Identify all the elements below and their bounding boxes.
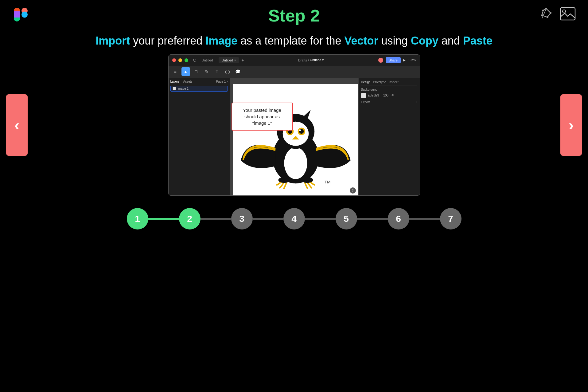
- figma-tab-untitled1[interactable]: Untitled: [199, 57, 216, 63]
- progress-step-4[interactable]: 4: [283, 208, 305, 229]
- subtitle-text4: and: [442, 34, 463, 47]
- svg-point-14: [284, 147, 307, 179]
- left-panel: Layers Assets Page 1 › ⬜ image 1: [169, 78, 230, 196]
- subtitle-text1: your preferred: [133, 34, 205, 47]
- progress-connector-1: [148, 218, 179, 220]
- progress-connector-5: [357, 218, 388, 220]
- progress-step-7[interactable]: 7: [440, 208, 461, 229]
- subtitle-image: Image: [205, 34, 237, 47]
- next-arrow-icon: ›: [569, 117, 574, 133]
- menu-tool[interactable]: ≡: [171, 67, 180, 76]
- background-eye-icon[interactable]: 👁: [391, 94, 395, 97]
- right-panel-tabs: Design Prototype Inspect: [361, 80, 417, 85]
- inspect-tab[interactable]: Inspect: [388, 80, 398, 84]
- progress-step-2[interactable]: 2: [179, 208, 201, 229]
- svg-point-7: [547, 16, 548, 18]
- background-label: Background: [361, 88, 417, 91]
- step-2-label: 2: [187, 214, 192, 224]
- subtitle-copy: Copy: [411, 34, 438, 47]
- image-icon: [560, 7, 576, 23]
- figma-body: Layers Assets Page 1 › ⬜ image 1 Your pa…: [169, 78, 420, 196]
- subtitle-text2: as a template for the: [240, 34, 344, 47]
- svg-point-28: [278, 177, 290, 183]
- panel-tabs: Layers Assets Page 1 ›: [170, 80, 228, 83]
- next-button[interactable]: ›: [560, 94, 582, 156]
- svg-point-12: [563, 10, 566, 13]
- prototype-tab[interactable]: Prototype: [373, 80, 386, 84]
- step-6-label: 6: [396, 214, 401, 224]
- win-close-btn: [172, 58, 176, 62]
- right-panel: Design Prototype Inspect Background E3E3…: [358, 78, 420, 196]
- svg-rect-11: [560, 8, 575, 20]
- figma-titlebar-right: Share ▶ 107%: [378, 57, 416, 63]
- assets-tab[interactable]: Assets: [183, 80, 193, 83]
- progress-step-1[interactable]: 1: [127, 208, 148, 229]
- shape-tool[interactable]: ◯: [223, 67, 232, 76]
- layer-icon: ⬜: [173, 87, 176, 90]
- subtitle: Import your preferred Image as a templat…: [12, 34, 576, 48]
- step-5-label: 5: [344, 214, 349, 224]
- svg-rect-4: [14, 11, 20, 18]
- background-color-swatch[interactable]: [361, 93, 366, 98]
- pen-tool-icon: [539, 6, 554, 24]
- export-add-icon[interactable]: +: [415, 100, 417, 104]
- svg-point-6: [550, 12, 551, 14]
- progress-connector-6: [409, 218, 440, 220]
- step-title: Step 2: [268, 6, 320, 25]
- background-color-row: E3E3E3 100 👁: [361, 93, 417, 98]
- add-tab-btn[interactable]: +: [241, 58, 244, 63]
- progress-bar: 1 2 3 4 5 6 7: [127, 208, 461, 229]
- design-tab[interactable]: Design: [361, 80, 371, 84]
- svg-point-9: [542, 10, 544, 11]
- main-content: ‹ ⬡ Untitled Untitled × + Drafts / Untit…: [0, 54, 588, 196]
- frame-tool[interactable]: □: [192, 67, 201, 76]
- figma-screenshot: ⬡ Untitled Untitled × + Drafts / Untitle…: [168, 54, 420, 196]
- figma-tab-untitled2[interactable]: Untitled ×: [219, 57, 239, 63]
- figma-canvas: Your pasted image should appear as "imag…: [230, 78, 358, 196]
- progress-step-5[interactable]: 5: [336, 208, 357, 229]
- figma-titlebar: ⬡ Untitled Untitled × + Drafts / Untitle…: [169, 55, 420, 66]
- export-label: Export: [361, 100, 370, 104]
- progress-connector-2: [201, 218, 231, 220]
- pen-tool[interactable]: ✎: [202, 67, 211, 76]
- export-section: Export +: [361, 100, 417, 104]
- callout-text: Your pasted image should appear as "imag…: [243, 108, 281, 126]
- svg-text:TM: TM: [325, 180, 330, 184]
- figma-breadcrumb: Drafts / Untitled ▾: [247, 58, 376, 62]
- comment-tool[interactable]: 💬: [234, 67, 242, 76]
- zoom-level: 107%: [408, 58, 416, 62]
- background-color-value: E3E3E3: [368, 94, 379, 97]
- play-btn[interactable]: ▶: [403, 58, 406, 62]
- layers-tab[interactable]: Layers: [170, 80, 180, 83]
- subtitle-vector: Vector: [345, 34, 378, 47]
- step-7-label: 7: [448, 214, 453, 224]
- step-3-label: 3: [239, 214, 244, 224]
- canvas-frame: Your pasted image should appear as "imag…: [233, 84, 358, 196]
- layer-item-image1[interactable]: ⬜ image 1: [170, 86, 228, 92]
- help-button[interactable]: ?: [350, 187, 356, 194]
- header-icons: [539, 6, 576, 24]
- svg-point-3: [21, 12, 28, 18]
- select-tool[interactable]: ▲: [181, 67, 190, 76]
- page-tab[interactable]: Page 1 ›: [216, 80, 228, 83]
- subtitle-paste: Paste: [463, 34, 493, 47]
- header: Step 2: [0, 0, 588, 31]
- win-minimize-btn: [178, 58, 182, 62]
- figma-toolbar: ≡ ▲ □ ✎ T ◯ 💬: [169, 66, 420, 78]
- prev-button[interactable]: ‹: [6, 94, 28, 156]
- svg-point-8: [541, 14, 543, 16]
- figma-icon-small: ⬡: [193, 58, 196, 62]
- layer-label: image 1: [178, 87, 189, 90]
- figma-logo: [12, 6, 31, 25]
- svg-point-29: [301, 177, 313, 183]
- progress-connector-3: [253, 218, 283, 220]
- subtitle-import: Import: [95, 34, 130, 47]
- progress-step-3[interactable]: 3: [231, 208, 253, 229]
- progress-step-6[interactable]: 6: [388, 208, 409, 229]
- text-tool[interactable]: T: [213, 67, 221, 76]
- avatar-dot: [378, 58, 383, 63]
- background-opacity-value: 100: [383, 94, 388, 97]
- step-4-label: 4: [291, 214, 297, 224]
- win-maximize-btn: [185, 58, 188, 62]
- share-button[interactable]: Share: [386, 57, 401, 63]
